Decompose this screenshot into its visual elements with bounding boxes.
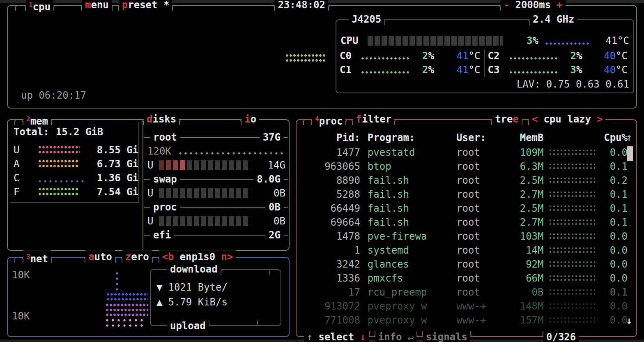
cpu-panel-title[interactable]: 1cpu bbox=[26, 0, 53, 12]
cpu-total-percent: 3 bbox=[527, 35, 532, 46]
border-notch bbox=[470, 331, 543, 337]
process-row[interactable]: 1336pmxcfsroot66M0.0 bbox=[299, 271, 628, 285]
interval-inc-button[interactable]: + bbox=[554, 0, 565, 12]
process-row[interactable]: 17rcu_preemproot0B0.1 bbox=[299, 285, 628, 299]
net-panel: 3net auto zero <b enp1s0 n> 10K 10K down… bbox=[7, 257, 290, 337]
program: glances bbox=[368, 259, 456, 270]
disk-used-value: 0B bbox=[250, 187, 288, 199]
process-row[interactable]: 1systemdroot14M0.0 bbox=[299, 243, 628, 257]
mem-total-value: 15.2 GiB bbox=[56, 126, 104, 138]
process-row[interactable]: 913072pveproxy wwww-+148M0.0 bbox=[299, 299, 628, 313]
menu-button[interactable]: menu bbox=[82, 0, 112, 12]
mem-hotkey: 2 bbox=[26, 115, 30, 123]
divider-line bbox=[180, 179, 253, 180]
scrollbar-thumb[interactable] bbox=[627, 146, 633, 161]
enter-key-icon: ↵ bbox=[405, 330, 416, 342]
col-cpu[interactable]: Cpu% bbox=[595, 132, 628, 143]
net-prev-iface-button[interactable]: <b bbox=[159, 250, 177, 263]
mem-row-free: F 7.54 Gi bbox=[14, 185, 138, 199]
col-user[interactable]: User: bbox=[456, 132, 501, 143]
process-row[interactable]: 5288fail.shroot2.7M0.1 bbox=[299, 187, 628, 201]
process-row[interactable]: 69664fail.shroot2.7M0.1 bbox=[299, 215, 628, 229]
border-notch bbox=[209, 320, 258, 326]
pid: 1478 bbox=[299, 231, 360, 242]
mem-panel-title[interactable]: 2mem bbox=[23, 113, 51, 126]
user: root bbox=[456, 245, 501, 256]
net-stats-bottombar: upload bbox=[151, 319, 281, 333]
core-label: C2 bbox=[488, 50, 509, 62]
sort-prev-button[interactable]: < bbox=[529, 113, 540, 126]
col-memb[interactable]: MemB bbox=[501, 132, 543, 143]
user: root bbox=[456, 189, 501, 200]
core-graph bbox=[361, 71, 409, 74]
proc-footer: ↑ select ↓ info ↵ signals 0/326 bbox=[297, 330, 636, 342]
net-stats-box: download ▼ 1021 Byte/ ▲ 5.79 KiB/s uploa… bbox=[150, 269, 281, 326]
program: pmxcfs bbox=[368, 273, 456, 284]
disk-root-meter bbox=[159, 160, 250, 170]
process-row[interactable]: 1477pvestatdroot109M0.0 bbox=[299, 146, 628, 159]
net-scale-bottom: 10K bbox=[12, 310, 30, 322]
proc-panel-title[interactable]: 4proc bbox=[312, 113, 345, 126]
col-program[interactable]: Program: bbox=[368, 132, 456, 143]
select-up-arrow[interactable]: ↑ bbox=[304, 330, 315, 342]
net-zero-button[interactable]: zero bbox=[122, 250, 152, 263]
meter-fill bbox=[180, 160, 185, 170]
process-row[interactable]: 771008pveproxy wwww-+157M0.0 bbox=[299, 313, 628, 327]
proc-hotkey: 4 bbox=[315, 115, 319, 123]
tree-button[interactable]: tree bbox=[492, 113, 522, 126]
process-row[interactable]: 1478pve-firewaroot103M0.0 bbox=[299, 229, 628, 243]
core-label: C0 bbox=[340, 50, 361, 62]
mem: 0B bbox=[501, 287, 543, 298]
mem-value: 7.54 Gi bbox=[97, 186, 138, 198]
cpu-pct: 0.0 bbox=[595, 147, 628, 158]
pid: 913072 bbox=[299, 300, 360, 312]
lav-label: LAV: bbox=[517, 79, 540, 90]
cpu-pct: 0.1 bbox=[595, 203, 628, 214]
io-mode-button[interactable]: io bbox=[242, 113, 259, 126]
cpu-history-graph bbox=[549, 191, 595, 198]
net-panel-title[interactable]: 3net bbox=[23, 250, 51, 263]
sort-next-button[interactable]: > bbox=[594, 113, 605, 126]
border-notch bbox=[179, 119, 242, 125]
mem: 92M bbox=[501, 259, 543, 270]
mem-value: 6.73 Gi bbox=[97, 158, 138, 170]
disk-size: 2G bbox=[265, 229, 284, 241]
process-row[interactable]: 3242glancesroot92M0.0 bbox=[299, 257, 628, 271]
mem: 66M bbox=[501, 273, 543, 284]
process-row[interactable]: 8890fail.shroot2.5M0.2 bbox=[299, 173, 628, 187]
process-row[interactable]: 963065btoproot6.3M0.1 bbox=[299, 159, 628, 173]
border-notch bbox=[51, 257, 85, 263]
cpu-panel-titlebar: 1cpu menu preset * 23:48:02 - 2000ms + bbox=[8, 0, 636, 12]
mem-row-used: U 8.55 Gi bbox=[14, 143, 138, 157]
mem: 2.7M bbox=[501, 217, 543, 228]
net-panel-titlebar: 3net auto zero <b enp1s0 n> bbox=[8, 250, 289, 263]
mem-total-label: Total: bbox=[14, 126, 49, 138]
disks-toggle-button[interactable]: disks bbox=[144, 113, 179, 126]
select-button[interactable]: select bbox=[315, 330, 357, 342]
signals-button[interactable]: signals bbox=[423, 330, 470, 342]
mem: 14M bbox=[501, 245, 543, 256]
net-auto-button[interactable]: auto bbox=[85, 250, 115, 263]
border-notch bbox=[221, 269, 270, 275]
interval-dec-button[interactable]: - bbox=[501, 0, 512, 12]
filter-button[interactable]: filter bbox=[353, 113, 394, 126]
border-notch bbox=[384, 19, 530, 25]
selection-count: 0/326 bbox=[543, 330, 579, 342]
update-interval: 2000ms bbox=[512, 0, 554, 12]
net-next-iface-button[interactable]: n> bbox=[218, 250, 236, 263]
border-notch bbox=[51, 119, 144, 125]
border-notch bbox=[115, 257, 122, 263]
cpu-usage-graph bbox=[285, 53, 326, 63]
preset-button[interactable]: preset * bbox=[119, 0, 172, 12]
disk-swap-meter bbox=[159, 188, 250, 198]
info-button[interactable]: info bbox=[375, 330, 405, 342]
select-down-arrow[interactable]: ↓ bbox=[357, 330, 368, 342]
user: root bbox=[456, 203, 501, 214]
col-pid[interactable]: Pid: bbox=[299, 132, 360, 143]
process-row[interactable]: 66449fail.shroot2.5M0.1 bbox=[299, 201, 628, 215]
disk-io-graph bbox=[179, 152, 285, 155]
disk-proc-used-row: U 0B bbox=[144, 215, 288, 228]
cpu-history-graph bbox=[549, 289, 595, 296]
scroll-up-indicator[interactable]: ↑ bbox=[626, 132, 632, 143]
disk-name: proc bbox=[150, 201, 180, 213]
